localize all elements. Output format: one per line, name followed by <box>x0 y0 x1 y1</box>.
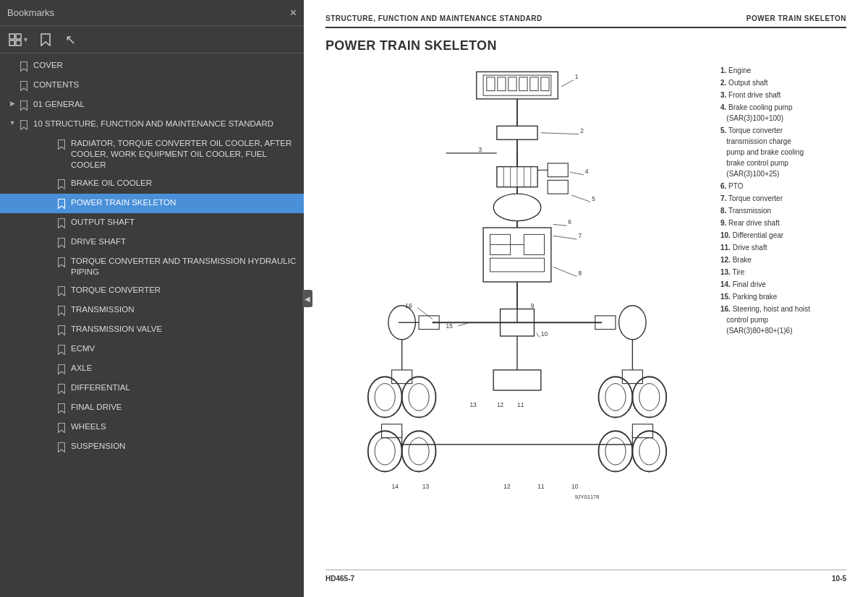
bookmark-label-trans-valve: TRANSMISSION VALVE <box>71 324 298 335</box>
expand-placeholder <box>45 285 55 295</box>
svg-rect-9 <box>519 77 527 91</box>
bookmark-item-radiator[interactable]: RADIATOR, TORQUE CONVERTER OIL COOLER, A… <box>0 134 304 174</box>
svg-point-46 <box>368 377 402 417</box>
expand-placeholder <box>7 61 17 70</box>
svg-line-85 <box>553 267 577 276</box>
bookmark-label-ecmv: ECMV <box>71 343 298 354</box>
view-icon <box>9 33 22 46</box>
bookmark-ribbon-icon <box>56 179 67 190</box>
expand-placeholder <box>45 364 55 373</box>
svg-point-59 <box>409 438 429 465</box>
panel-collapse-arrow[interactable]: ◀ <box>302 290 312 307</box>
bookmark-item-torque-conv-trans[interactable]: TORQUE CONVERTER AND TRANSMISSION HYDRAU… <box>0 252 304 281</box>
bookmark-label-radiator: RADIATOR, TORQUE CONVERTER OIL COOLER, A… <box>71 138 298 171</box>
bookmark-ribbon-icon <box>56 257 67 268</box>
pdf-page-footer: HD465-7 10-5 <box>326 570 846 583</box>
pdf-main-content: 1 2 3 4 5 6 7 8 9 10 11 12 <box>326 65 846 564</box>
legend-item-10: 10. Differential gear <box>720 230 846 241</box>
bookmark-item-01-general[interactable]: ▶ 01 GENERAL <box>0 95 304 115</box>
svg-line-98 <box>417 308 433 319</box>
bookmark-item-suspension[interactable]: SUSPENSION <box>0 437 304 457</box>
svg-text:3: 3 <box>479 146 482 153</box>
expand-placeholder <box>7 80 17 90</box>
bookmark-item-10-structure[interactable]: ▼ 10 STRUCTURE, FUNCTION AND MAINTENANCE… <box>0 115 304 134</box>
bookmark-ribbon-icon <box>56 198 67 210</box>
expand-placeholder <box>45 139 55 148</box>
bookmark-label-transmission: TRANSMISSION <box>71 304 298 315</box>
svg-point-53 <box>605 384 626 411</box>
bookmark-ribbon-icon <box>19 80 29 92</box>
bookmark-ribbon-icon <box>56 403 67 414</box>
bookmark-ribbon-icon <box>56 305 67 317</box>
svg-text:6: 6 <box>568 218 571 226</box>
bookmark-ribbon-icon <box>56 139 67 150</box>
bookmark-button[interactable] <box>36 32 55 48</box>
pdf-header-section: STRUCTURE, FUNCTION AND MAINTENANCE STAN… <box>326 14 542 22</box>
svg-rect-10 <box>530 77 538 91</box>
bookmark-label-contents: CONTENTS <box>33 80 298 90</box>
svg-rect-11 <box>541 77 549 91</box>
bookmarks-header: Bookmarks × <box>0 0 304 26</box>
bookmark-label-torque-conv: TORQUE CONVERTER <box>71 285 298 296</box>
svg-point-23 <box>493 194 541 221</box>
svg-point-48 <box>402 377 436 417</box>
legend-item-13: 13. Tire <box>720 267 846 278</box>
bookmark-label-suspension: SUSPENSION <box>71 441 298 452</box>
pdf-page-title: POWER TRAIN SKELETON <box>326 38 846 53</box>
bookmark-label-torque-conv-trans: TORQUE CONVERTER AND TRANSMISSION HYDRAU… <box>71 256 298 278</box>
expand-placeholder <box>45 179 55 188</box>
bookmark-label-axle: AXLE <box>71 363 298 374</box>
svg-rect-33 <box>490 258 545 272</box>
bookmark-item-cover[interactable]: COVER <box>0 56 304 76</box>
legend-item-15: 15. Parking brake <box>720 291 846 302</box>
toolbar: ▼ ↖ <box>0 26 304 53</box>
close-button[interactable]: × <box>290 7 297 19</box>
expand-placeholder <box>45 305 55 314</box>
bookmark-item-ecmv[interactable]: ECMV <box>0 340 304 359</box>
svg-rect-8 <box>509 77 516 91</box>
svg-text:11: 11 <box>537 483 545 490</box>
view-toggle-button[interactable]: ▼ <box>6 32 32 48</box>
bookmark-item-wheels[interactable]: WHEELS <box>0 418 304 437</box>
expand-placeholder <box>45 257 55 266</box>
bookmark-item-trans-valve[interactable]: TRANSMISSION VALVE <box>0 320 304 340</box>
bookmark-item-brake-oil[interactable]: BRAKE OIL COOLER <box>0 174 304 194</box>
expand-arrow-expanded: ▼ <box>7 119 17 128</box>
legend-item-7: 7. Torque converter <box>720 193 846 204</box>
svg-text:13: 13 <box>422 483 430 490</box>
bookmark-item-power-train[interactable]: POWER TRAIN SKELETON <box>0 194 304 213</box>
bookmark-label-wheels: WHEELS <box>71 421 298 432</box>
expand-placeholder <box>45 218 55 227</box>
bookmark-item-axle[interactable]: AXLE <box>0 359 304 379</box>
bookmark-item-differential[interactable]: DIFFERENTIAL <box>0 379 304 398</box>
svg-rect-31 <box>524 234 544 254</box>
svg-text:12: 12 <box>503 483 511 490</box>
svg-point-63 <box>639 438 660 465</box>
bookmark-item-drive-shaft[interactable]: DRIVE SHAFT <box>0 233 304 252</box>
diagram-area: 1 2 3 4 5 6 7 8 9 10 11 12 <box>326 65 709 564</box>
expand-arrow-collapsed: ▶ <box>7 100 17 108</box>
bookmark-item-final-drive[interactable]: FINAL DRIVE <box>0 398 304 418</box>
legend-item-3: 3. Front drive shaft <box>720 90 846 100</box>
svg-text:14: 14 <box>392 483 399 490</box>
svg-rect-27 <box>548 180 568 194</box>
svg-text:11: 11 <box>517 401 524 408</box>
bookmark-ribbon-icon <box>56 218 67 229</box>
bookmark-item-output-shaft[interactable]: OUTPUT SHAFT <box>0 213 304 233</box>
svg-rect-0 <box>9 34 14 39</box>
legend-item-2: 2. Output shaft <box>720 77 846 88</box>
bookmark-ribbon-icon <box>19 61 29 72</box>
cursor-indicator: ↖ <box>65 32 76 48</box>
svg-rect-3 <box>16 40 21 46</box>
bookmark-label-01-general: 01 GENERAL <box>33 99 298 110</box>
svg-text:15: 15 <box>446 322 454 330</box>
pdf-footer-page: 10-5 <box>832 575 846 583</box>
svg-text:2: 2 <box>580 127 584 134</box>
bookmark-item-transmission[interactable]: TRANSMISSION <box>0 301 304 320</box>
bookmark-label-final-drive: FINAL DRIVE <box>71 402 298 413</box>
bookmark-item-torque-conv[interactable]: TORQUE CONVERTER <box>0 281 304 301</box>
bookmark-item-contents[interactable]: CONTENTS <box>0 76 304 95</box>
pdf-content-panel: STRUCTURE, FUNCTION AND MAINTENANCE STAN… <box>304 0 868 597</box>
expand-placeholder <box>45 383 55 392</box>
pdf-header-title: POWER TRAIN SKELETON <box>746 14 846 22</box>
